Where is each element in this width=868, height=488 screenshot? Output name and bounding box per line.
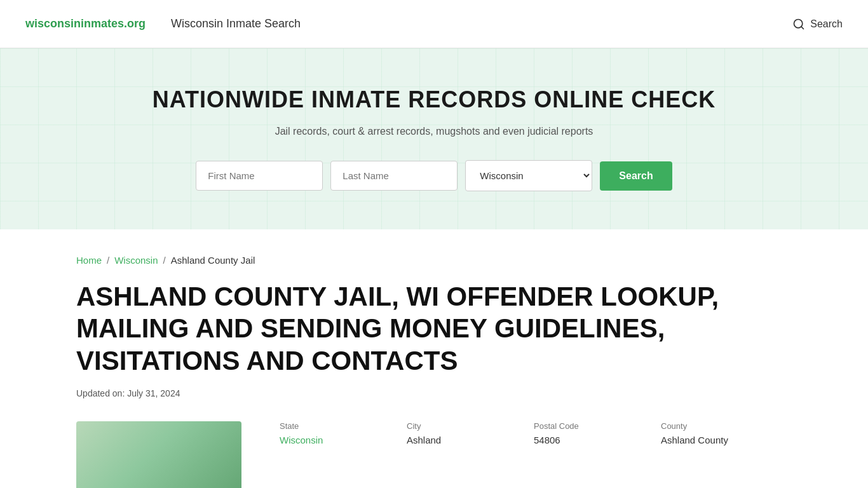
state-label: State xyxy=(280,421,381,431)
breadcrumb-separator-1: / xyxy=(107,255,109,266)
state-select[interactable]: Wisconsin Alabama Alaska Arizona Arkansa… xyxy=(465,160,592,191)
page-title: ASHLAND COUNTY JAIL, WI OFFENDER LOOKUP,… xyxy=(76,281,775,377)
breadcrumb-home[interactable]: Home xyxy=(76,255,102,266)
breadcrumb-current: Ashland County Jail xyxy=(171,255,255,266)
county-value: Ashland County xyxy=(661,435,763,445)
jail-image xyxy=(76,421,241,488)
header-search-label: Search xyxy=(810,18,843,30)
county-label: County xyxy=(661,421,763,431)
info-cards: State Wisconsin City Ashland Postal Code… xyxy=(280,421,792,446)
site-logo[interactable]: wisconsininmates.org xyxy=(25,17,146,30)
hero-title: NATIONWIDE INMATE RECORDS ONLINE CHECK xyxy=(25,86,843,113)
last-name-input[interactable] xyxy=(330,161,458,191)
info-card-state: State Wisconsin xyxy=(280,421,381,446)
first-name-input[interactable] xyxy=(196,161,323,191)
site-title: Wisconsin Inmate Search xyxy=(171,17,301,30)
hero-subtitle: Jail records, court & arrest records, mu… xyxy=(25,126,843,137)
main-content: Home / Wisconsin / Ashland County Jail A… xyxy=(0,229,868,488)
breadcrumb-state[interactable]: Wisconsin xyxy=(114,255,158,266)
info-card-county: County Ashland County xyxy=(661,421,763,446)
svg-line-1 xyxy=(801,26,804,29)
city-value: Ashland xyxy=(407,435,508,445)
info-card-postal: Postal Code 54806 xyxy=(534,421,635,446)
header-search-button[interactable]: Search xyxy=(792,18,843,30)
hero-section: NATIONWIDE INMATE RECORDS ONLINE CHECK J… xyxy=(0,48,868,229)
search-form: Wisconsin Alabama Alaska Arizona Arkansa… xyxy=(25,160,843,191)
search-icon xyxy=(792,18,805,30)
breadcrumb-separator-2: / xyxy=(163,255,166,266)
info-row: State Wisconsin City Ashland Postal Code… xyxy=(76,421,792,488)
city-label: City xyxy=(407,421,508,431)
breadcrumb: Home / Wisconsin / Ashland County Jail xyxy=(76,255,792,266)
info-card-city: City Ashland xyxy=(407,421,508,446)
updated-date: Updated on: July 31, 2024 xyxy=(76,388,792,398)
state-value[interactable]: Wisconsin xyxy=(280,435,323,445)
site-header: wisconsininmates.org Wisconsin Inmate Se… xyxy=(0,0,868,48)
postal-value: 54806 xyxy=(534,435,635,445)
postal-label: Postal Code xyxy=(534,421,635,431)
search-button[interactable]: Search xyxy=(600,161,672,191)
